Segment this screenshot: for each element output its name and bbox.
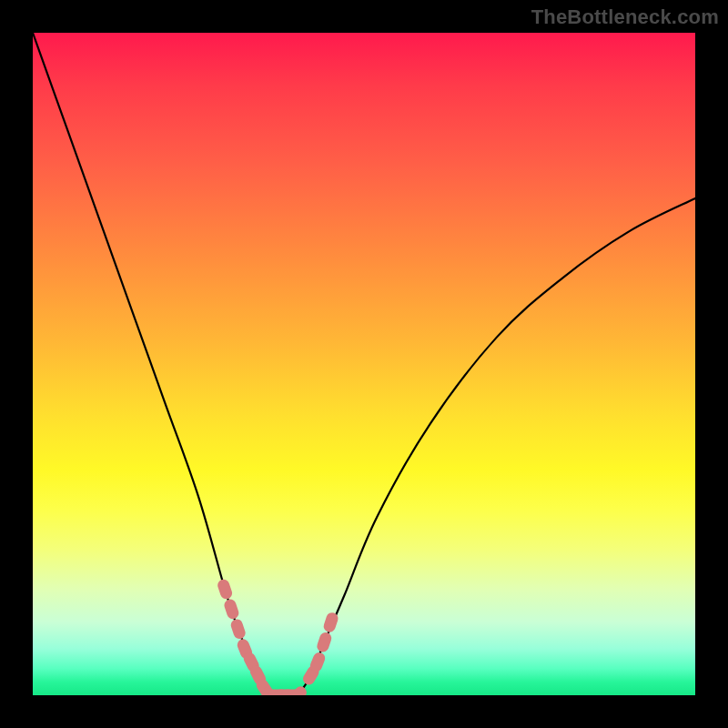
chart-frame: TheBottleneck.com [0,0,728,728]
marker-capsule [223,598,240,621]
watermark-text: TheBottleneck.com [531,5,719,29]
highlight-markers [216,578,339,695]
marker-capsule [229,618,247,641]
marker-capsule [316,631,333,653]
curve-right-branch [298,198,695,695]
marker-capsule [216,578,233,601]
plot-area [33,33,695,695]
chart-svg [33,33,695,695]
curve-left-branch [33,33,271,695]
